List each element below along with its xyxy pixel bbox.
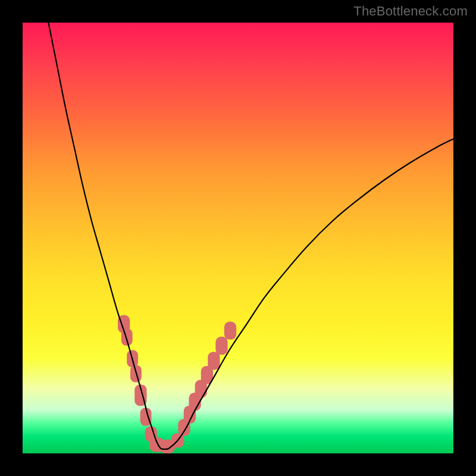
chart-frame: TheBottleneck.com	[0, 0, 476, 476]
right-cluster-marker-8	[224, 321, 236, 339]
right-cluster-marker-7	[215, 337, 227, 355]
markers-group	[118, 315, 236, 453]
left-cluster-marker-2	[121, 328, 133, 346]
right-cluster-marker-6	[208, 352, 220, 369]
watermark-text: TheBottleneck.com	[353, 4, 468, 19]
chart-svg	[23, 23, 453, 453]
bottleneck-curve	[48, 23, 453, 449]
plot-area	[23, 23, 453, 453]
